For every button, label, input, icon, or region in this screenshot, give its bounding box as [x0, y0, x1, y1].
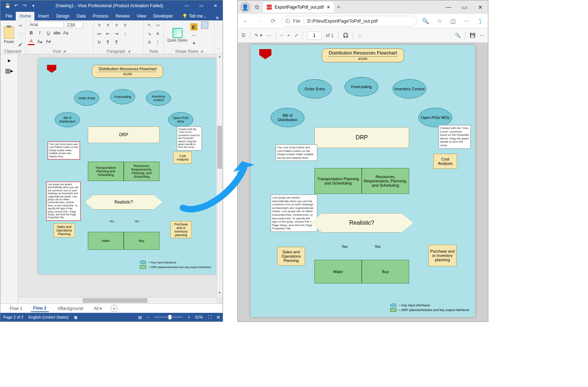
zoom-out-pdf-button[interactable]: −: [280, 33, 283, 38]
zoom-in-button[interactable]: +: [188, 315, 190, 319]
paragraph-dialog-launcher[interactable]: ◢: [128, 49, 130, 53]
drawing-canvas[interactable]: Distribution Resources Flowchart 6/1/00 …: [18, 54, 223, 304]
hscroll-thumb[interactable]: [83, 298, 147, 303]
back-button[interactable]: ←: [241, 18, 251, 24]
edge-minimize-button[interactable]: ―: [441, 0, 456, 14]
contents-icon[interactable]: ☰: [241, 33, 246, 38]
scroll-down-icon[interactable]: ▾: [217, 291, 223, 297]
add-page-button[interactable]: +: [110, 305, 118, 312]
fit-width-icon[interactable]: ⤢: [294, 33, 298, 38]
tab-process[interactable]: Process: [89, 12, 112, 20]
align-left-button[interactable]: ≡: [96, 22, 103, 29]
minimize-button[interactable]: ―: [180, 1, 194, 11]
shapes-expand-icon[interactable]: ▸: [8, 57, 11, 64]
horizontal-scrollbar[interactable]: [18, 297, 216, 304]
tab-design[interactable]: Design: [52, 12, 73, 20]
align-center-button[interactable]: ≡: [104, 22, 112, 29]
vertical-scrollbar[interactable]: ▴ ▾: [216, 54, 223, 297]
edge-close-button[interactable]: ✕: [472, 0, 488, 14]
zoom-icon[interactable]: 🔍: [421, 18, 431, 24]
page-number-input[interactable]: [307, 31, 322, 40]
zoom-level[interactable]: 52%: [195, 315, 203, 319]
font-dialog-launcher[interactable]: ◢: [63, 49, 66, 53]
browser-tab[interactable]: PDF ExportPageToPdf_out.pdf ✕: [263, 2, 334, 13]
address-bar[interactable]: ⓘ File | D:/Files/ExportPageToPdf_out.pd…: [281, 16, 417, 27]
fill-button[interactable]: ◧: [190, 23, 198, 30]
copy-icon[interactable]: 📄: [17, 32, 24, 39]
tab-view[interactable]: View: [133, 12, 150, 20]
shapes-pane[interactable]: ▸ ▥▸: [0, 54, 18, 304]
tell-me-search[interactable]: 💡Tell me...: [179, 12, 210, 20]
format-painter-icon[interactable]: 🖌: [17, 41, 24, 48]
ribbon-collapse-icon[interactable]: ˆ: [218, 48, 219, 52]
align-justify-button[interactable]: ≡: [122, 22, 129, 29]
pdf-menu-icon[interactable]: ⋯: [480, 33, 484, 38]
zoom-in-pdf-button[interactable]: +: [287, 33, 290, 38]
shape-dialog-launcher[interactable]: ◢: [200, 49, 203, 53]
close-button[interactable]: ✕: [208, 1, 223, 11]
tab-data[interactable]: Data: [73, 12, 89, 20]
edge-maximize-button[interactable]: ▭: [456, 0, 472, 14]
tab-actions-icon[interactable]: ⧉: [253, 4, 261, 10]
tab-close-icon[interactable]: ✕: [327, 5, 330, 10]
new-tab-button[interactable]: +: [334, 4, 344, 11]
maximize-button[interactable]: ▭: [194, 1, 208, 11]
increase-indent-button[interactable]: ⇥: [113, 30, 120, 37]
shape-style-gallery[interactable]: [201, 22, 208, 48]
macro-record-icon[interactable]: ▣: [74, 315, 77, 320]
more-pdf-tools-icon[interactable]: ⋯: [267, 33, 271, 38]
drawing-page[interactable]: Distribution Resources Flowchart 6/1/00 …: [38, 58, 217, 274]
page-tab-vbackground[interactable]: VBackground: [55, 305, 85, 312]
tab-insert[interactable]: Insert: [34, 12, 52, 20]
save-icon[interactable]: 💾: [5, 3, 10, 9]
italic-button[interactable]: I: [36, 29, 43, 37]
search-pdf-icon[interactable]: 🔍: [455, 33, 461, 38]
align-right-button[interactable]: ≡: [113, 22, 120, 29]
profile-icon[interactable]: 👤: [240, 2, 251, 13]
switch-windows-icon[interactable]: ⧉: [217, 315, 220, 320]
line-button[interactable]: ─: [190, 32, 198, 39]
grow-font-button[interactable]: A▴: [36, 38, 43, 45]
redo-icon[interactable]: ↷: [22, 3, 28, 9]
zoom-slider[interactable]: [154, 316, 183, 318]
scroll-up-icon[interactable]: ▴: [217, 54, 223, 61]
copilot-icon[interactable]: ⟆: [475, 18, 485, 24]
status-language[interactable]: English (United States): [28, 315, 69, 319]
save-pdf-icon[interactable]: 💾: [470, 33, 475, 38]
ellipse-tool-icon[interactable]: ⋮: [155, 39, 162, 46]
draw-icon[interactable]: ✎ ▾: [255, 33, 262, 38]
pointer-tool-icon[interactable]: ↖: [146, 22, 153, 29]
shrink-font-button[interactable]: A▾: [45, 38, 52, 45]
page-tab-all[interactable]: All ▾: [92, 305, 104, 312]
quick-styles-button[interactable]: Quick Styles: [166, 22, 189, 48]
stencil-icon[interactable]: ▥▸: [5, 67, 13, 74]
add-text-icon[interactable]: ◫: [357, 33, 362, 38]
text-highlight-button[interactable]: Aa: [62, 29, 69, 37]
rotate-text-button[interactable]: ↻: [96, 39, 103, 46]
read-aloud-icon[interactable]: 🎧: [343, 33, 348, 38]
refresh-button[interactable]: ⟳: [268, 18, 278, 24]
font-size-select[interactable]: 12pt.: [65, 22, 83, 28]
rectangle-tool-icon[interactable]: ▭: [155, 22, 162, 29]
pdf-viewport[interactable]: Distribution Resources Flowchart 6/1/00 …: [238, 43, 488, 321]
paste-button[interactable]: Paste: [3, 22, 15, 48]
decrease-indent-button[interactable]: ⇤: [104, 30, 112, 37]
qat-dropdown-icon[interactable]: ▾: [30, 3, 36, 9]
favorites-icon[interactable]: ☆: [434, 18, 444, 24]
bullets-button[interactable]: ≔: [96, 30, 103, 37]
text-tool-icon[interactable]: ✕: [155, 30, 162, 37]
page-tab-flow1[interactable]: Flow 1: [8, 305, 24, 312]
effects-button[interactable]: ✦: [190, 40, 198, 47]
fit-page-icon[interactable]: ⛶: [208, 315, 212, 319]
undo-icon[interactable]: ↶: [13, 3, 19, 9]
site-info-icon[interactable]: ⓘ: [285, 18, 290, 24]
split-screen-icon[interactable]: ◫: [448, 18, 458, 24]
page-tab-flow2[interactable]: Flow 2: [31, 305, 48, 312]
underline-button[interactable]: U: [45, 29, 52, 37]
font-color-button[interactable]: A: [28, 38, 35, 45]
bold-button[interactable]: B: [28, 29, 35, 37]
connector-tool-icon[interactable]: ↘: [146, 30, 153, 37]
tab-home[interactable]: Home: [16, 12, 34, 20]
settings-menu-icon[interactable]: ⋯: [461, 18, 471, 24]
text-direction-button[interactable]: ¶: [104, 39, 112, 46]
